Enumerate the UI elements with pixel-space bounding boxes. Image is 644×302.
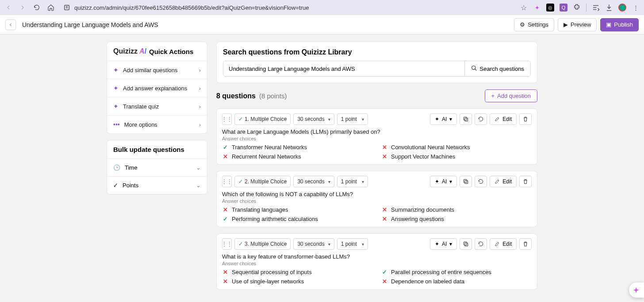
answer-choice: ✕Recurrent Neural Networks — [222, 153, 372, 160]
question-card: ⋮⋮ ✓3. Multiple Choice 30 seconds▾ 1 poi… — [216, 233, 537, 290]
time-pill[interactable]: 30 seconds▾ — [293, 113, 334, 125]
type-label: 1. Multiple Choice — [245, 116, 287, 122]
answer-choices-label: Answer choices — [222, 136, 532, 141]
points-pill[interactable]: 1 point▾ — [337, 113, 368, 125]
chevron-down-icon: ▾ — [328, 179, 330, 184]
back-button[interactable] — [5, 19, 16, 30]
edit-button[interactable]: Edit — [490, 238, 517, 250]
question-type-pill[interactable]: ✓2. Multiple Choice — [234, 176, 291, 187]
save-icon: ▣ — [606, 21, 611, 28]
points-label: 1 point — [341, 241, 357, 247]
question-type-pill[interactable]: ✓1. Multiple Choice — [234, 113, 291, 125]
quick-action-item[interactable]: ✦Add similar questions› — [107, 61, 207, 79]
bulk-item[interactable]: ✓Points⌄ — [107, 176, 207, 194]
copy-button[interactable] — [460, 113, 472, 125]
answer-text: Use of single-layer networks — [232, 278, 304, 285]
points-pill[interactable]: 1 point▾ — [337, 238, 368, 250]
bulk-item[interactable]: 🕒Time⌄ — [107, 159, 207, 176]
address-bar[interactable]: quizizz.com/admin/quiz/670fee6152658bb48… — [60, 1, 514, 14]
chevron-down-icon: ▾ — [362, 179, 364, 184]
check-icon: ✓ — [238, 116, 243, 122]
copy-button[interactable] — [460, 176, 472, 187]
question-type-pill[interactable]: ✓3. Multiple Choice — [234, 238, 291, 250]
answer-choices-label: Answer choices — [222, 198, 532, 204]
delete-button[interactable] — [519, 238, 532, 250]
playlist-icon[interactable] — [592, 4, 600, 12]
quick-action-item[interactable]: ✦Translate quiz› — [107, 97, 207, 115]
quizizz-logo: Quizizz AI — [113, 47, 146, 55]
time-pill[interactable]: 30 seconds▾ — [293, 176, 334, 187]
answer-text: Parallel processing of entire sequences — [391, 269, 491, 275]
quick-action-label: Add answer explanations — [123, 85, 187, 92]
ai-button[interactable]: ✦AI▾ — [430, 176, 457, 187]
refresh-button[interactable] — [475, 176, 487, 187]
answer-choice: ✓Performing arithmetic calculations — [222, 216, 372, 222]
time-pill[interactable]: 30 seconds▾ — [293, 238, 334, 250]
time-label: 30 seconds — [297, 178, 324, 185]
search-card: Search questions from Quizizz Library Se… — [216, 42, 537, 83]
preview-button[interactable]: ▶Preview — [558, 18, 597, 31]
quick-action-item[interactable]: ✦Add answer explanations› — [107, 79, 207, 97]
sidebar: Quizizz AI Quick Actions ✦Add similar qu… — [107, 42, 207, 302]
add-question-button[interactable]: + Add question — [485, 89, 538, 102]
forward-icon[interactable] — [19, 4, 27, 12]
svg-rect-2 — [465, 118, 468, 121]
reload-icon[interactable] — [33, 4, 41, 12]
answer-choices-label: Answer choices — [222, 261, 532, 266]
answer-text: Support Vector Machines — [391, 153, 455, 160]
question-card: ⋮⋮ ✓2. Multiple Choice 30 seconds▾ 1 poi… — [216, 171, 537, 227]
points-pill[interactable]: 1 point▾ — [337, 176, 368, 187]
star-icon[interactable]: ☆ — [520, 4, 528, 12]
chevron-down-icon: ⌄ — [196, 164, 201, 171]
refresh-button[interactable] — [475, 113, 487, 125]
quick-actions-header: Quizizz AI Quick Actions — [107, 42, 207, 61]
publish-button[interactable]: ▣Publish — [600, 18, 639, 31]
chevron-down-icon: ▾ — [449, 116, 452, 122]
ext-icon-2[interactable]: ◎ — [546, 4, 554, 12]
help-fab[interactable] — [629, 283, 644, 298]
drag-handle[interactable]: ⋮⋮ — [222, 238, 232, 250]
settings-button[interactable]: ⚙Settings — [514, 18, 554, 31]
refresh-button[interactable] — [475, 238, 487, 250]
extensions-icon[interactable] — [573, 4, 581, 12]
ai-label: AI — [442, 116, 447, 122]
ext-icon-1[interactable]: ✦ — [533, 4, 541, 12]
search-input[interactable] — [223, 61, 464, 76]
chevron-right-icon: › — [199, 67, 201, 74]
delete-button[interactable] — [519, 176, 532, 187]
svg-rect-3 — [464, 117, 467, 120]
edit-button[interactable]: Edit — [490, 176, 517, 187]
answer-text: Transformer Neural Networks — [232, 144, 307, 151]
answer-choice: ✕Sequential processing of inputs — [222, 269, 372, 275]
check-icon: ✓ — [113, 182, 118, 189]
site-info-icon[interactable] — [63, 4, 71, 12]
quick-action-item[interactable]: •••More options› — [107, 115, 207, 133]
search-icon — [471, 65, 477, 73]
check-icon: ✓ — [381, 269, 387, 275]
question-count: 8 questions — [216, 92, 256, 100]
ext-icon-3[interactable]: Q — [560, 4, 567, 12]
ai-button[interactable]: ✦AI▾ — [430, 113, 457, 125]
check-icon: ✓ — [222, 144, 228, 151]
drag-handle[interactable]: ⋮⋮ — [222, 176, 232, 187]
menu-icon[interactable]: ⋮ — [632, 4, 640, 12]
edit-button[interactable]: Edit — [490, 113, 517, 125]
search-button-label: Search questions — [480, 66, 524, 72]
chevron-down-icon: ▾ — [328, 117, 330, 122]
play-icon: ▶ — [564, 21, 568, 28]
x-icon: ✕ — [381, 153, 387, 160]
search-button[interactable]: Search questions — [464, 61, 530, 76]
chevron-right-icon: › — [199, 121, 201, 128]
question-toolbar: ⋮⋮ ✓3. Multiple Choice 30 seconds▾ 1 poi… — [222, 238, 532, 250]
download-icon[interactable] — [605, 4, 613, 12]
profile-icon[interactable] — [618, 4, 626, 12]
ai-button[interactable]: ✦AI▾ — [430, 238, 457, 250]
answer-choice: ✓Parallel processing of entire sequences — [381, 269, 532, 275]
drag-handle[interactable]: ⋮⋮ — [222, 113, 232, 125]
copy-button[interactable] — [460, 238, 472, 250]
delete-button[interactable] — [519, 113, 532, 125]
extension-icons: ✦ ◎ Q ⋮ — [533, 4, 640, 12]
home-icon[interactable] — [47, 4, 55, 12]
answer-text: Convolutional Neural Networks — [391, 144, 470, 151]
back-icon[interactable] — [4, 4, 12, 12]
